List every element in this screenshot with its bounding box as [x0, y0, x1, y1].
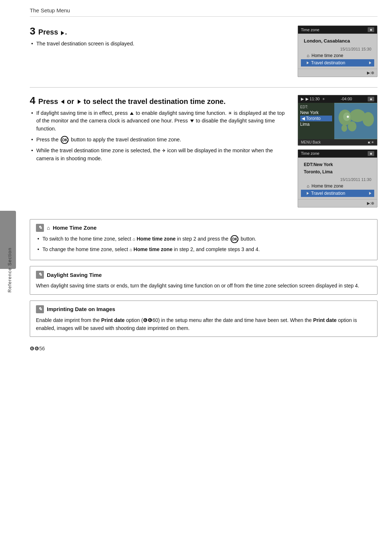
step4-sun-icon: ☀ — [228, 110, 232, 116]
step4-map-screen: ▶ ▶ 11:30 ☀ -04:00 ■ EDT: New York ◀ Tor… — [298, 95, 377, 146]
step4-bullets: If daylight saving time is in effect, pr… — [30, 109, 290, 163]
main-content: The Setup Menu 3 Press . The travel dest… — [19, 0, 392, 366]
step4-bullet2: Press the OK button to apply the travel … — [30, 136, 290, 144]
note1-icon: ✎ — [36, 224, 44, 232]
step3-text: 3 Press . The travel destination screen … — [30, 25, 290, 51]
note2-icon: ✎ — [36, 271, 44, 279]
map-sun-icon2: ☀ — [322, 97, 325, 101]
note-imprinting: ✎ Imprinting Date on Images Enable date … — [30, 301, 377, 337]
sidebar-label: Reference Section — [7, 247, 12, 293]
note1-body: To switch to the home time zone, select … — [36, 235, 371, 254]
note3-icon: ✎ — [36, 305, 44, 313]
note1-ok-icon: OK — [230, 235, 238, 243]
screen1-menu1: ⌂ Home time zone — [301, 52, 374, 59]
note3-text: Enable date imprint from the Print date … — [36, 316, 371, 333]
screen1-header-icon: ■ — [368, 27, 374, 32]
step4-left-arrow-icon — [61, 100, 64, 104]
screen2-footer: ▶:⊕ — [298, 199, 377, 207]
map-city3: Lima — [300, 121, 332, 127]
screen1-time: 15/11/2011 15:30 — [301, 46, 374, 52]
note3-title: Imprinting Date on Images — [47, 306, 115, 312]
step4-bullet3: While the travel destination time zone i… — [30, 147, 290, 163]
sidebar: Reference Section — [0, 0, 19, 540]
map-svg — [334, 103, 377, 139]
screen1-footer: ▶:⊕ — [298, 69, 377, 77]
screen2-nav-icon — [369, 191, 371, 196]
step3-title-prefix: Press — [38, 28, 58, 36]
step3-row: 3 Press . The travel destination screen … — [30, 25, 377, 77]
map-image — [334, 103, 377, 139]
screen2-footer-text: ▶:⊕ — [367, 201, 374, 206]
step4-up-arrow-icon — [130, 112, 134, 115]
screen1-menu2: Travel destination — [301, 59, 374, 67]
screen1-city: London, Casablanca — [301, 36, 374, 46]
screen1-house-icon: ⌂ — [307, 53, 309, 58]
step4-right-arrow-icon — [78, 100, 81, 104]
map-header-right: -04:00 — [341, 97, 352, 101]
map-footer-left: MENU Back — [301, 140, 320, 144]
note-home-time-zone: ✎ ⌂ Home Time Zone To switch to the home… — [30, 219, 377, 261]
header-title: The Setup Menu — [30, 7, 70, 13]
map-footer: MENU Back ■:☀ — [298, 139, 377, 145]
note3-body: Enable date imprint from the Print date … — [36, 316, 371, 333]
screen1-header-left: Time zone — [301, 28, 319, 32]
screen1-footer-text: ▶:⊕ — [367, 70, 374, 75]
step4-plane-icon: ✈ — [162, 148, 166, 153]
screen2-body: EDT:New York Toronto, Lima 15/11/2011 11… — [298, 158, 377, 199]
note1-title: Home Time Zone — [53, 225, 97, 231]
screen1-arrow-right-icon — [307, 60, 309, 65]
screen2-city1: EDT:New York — [301, 160, 374, 168]
screen1-body: London, Casablanca 15/11/2011 15:30 ⌂ Ho… — [298, 34, 377, 69]
step4-title: Press or to select the travel destinatio… — [38, 97, 226, 106]
note3-header: ✎ Imprinting Date on Images — [36, 305, 371, 313]
map-area: EDT: New York ◀ Toronto Lima — [298, 103, 377, 139]
step4-text: 4 Press or to select the travel destinat… — [30, 95, 290, 166]
svg-point-7 — [347, 116, 349, 118]
svg-point-5 — [342, 124, 347, 132]
screen1-nav-icon — [369, 60, 371, 65]
note1-header: ✎ ⌂ Home Time Zone — [36, 224, 371, 232]
screen2-house-icon: ⌂ — [307, 184, 309, 189]
step4-ok-icon: OK — [61, 136, 69, 144]
step3-header: 3 Press . — [30, 25, 290, 37]
step3-arrow-icon — [60, 29, 65, 36]
screen2-arrow-icon — [307, 191, 309, 196]
note2-body: When daylight saving time starts or ends… — [36, 282, 371, 290]
step3-bullets: The travel destination screen is display… — [30, 40, 290, 48]
step3-number: 3 — [30, 25, 36, 37]
step3-screen1: Time zone ■ London, Casablanca 15/11/201… — [298, 25, 377, 77]
map-arrow-right-icon: ▶ — [301, 97, 304, 101]
screen2-menu1: ⌂ Home time zone — [301, 182, 374, 190]
note2-header: ✎ Daylight Saving Time — [36, 271, 371, 279]
step3-bullet1: The travel destination screen is display… — [30, 40, 290, 48]
note2-text: When daylight saving time starts or ends… — [36, 282, 371, 290]
screen2-header: Time zone ■ — [298, 150, 377, 158]
map-header: ▶ ▶ 11:30 ☀ -04:00 ■ — [298, 95, 377, 103]
step4-number: 4 — [30, 95, 36, 106]
page-footer: ❻❻56 — [30, 346, 377, 351]
page-container: Reference Section The Setup Menu 3 Press… — [0, 0, 392, 540]
step4-row: 4 Press or to select the travel destinat… — [30, 95, 377, 207]
step4-header: 4 Press or to select the travel destinat… — [30, 95, 290, 106]
note2-title: Daylight Saving Time — [47, 272, 102, 278]
step4-screen2: Time zone ■ EDT:New York Toronto, Lima 1… — [298, 149, 377, 207]
page-header: The Setup Menu — [30, 7, 377, 17]
screen2-header-icon: ■ — [368, 151, 374, 156]
screen2-city2: Toronto, Lima — [301, 168, 374, 177]
map-timezone: EDT: — [300, 105, 332, 109]
note1-bullet2: To change the home time zone, select ⌂ H… — [36, 245, 371, 253]
step3-screens: Time zone ■ London, Casablanca 15/11/201… — [298, 25, 377, 77]
map-header-icon: ■ — [368, 97, 374, 101]
map-header-left: ▶ ▶ 11:30 ☀ — [301, 97, 325, 101]
step4-screens: ▶ ▶ 11:30 ☀ -04:00 ■ EDT: New York ◀ Tor… — [298, 95, 377, 207]
map-city1: New York — [300, 110, 332, 116]
footer-page-number: ❻❻56 — [30, 346, 45, 351]
screen2-header-left: Time zone — [301, 151, 319, 156]
note1-house2-icon: ⌂ — [132, 237, 135, 242]
note1-house-icon: ⌂ — [47, 225, 50, 231]
screen1-header: Time zone ■ — [298, 26, 377, 34]
map-city2: ◀ Toronto — [300, 116, 332, 121]
note1-bullet1: To switch to the home time zone, select … — [36, 235, 371, 243]
divider1 — [30, 87, 377, 88]
note1-house3-icon: ⌂ — [130, 247, 132, 252]
